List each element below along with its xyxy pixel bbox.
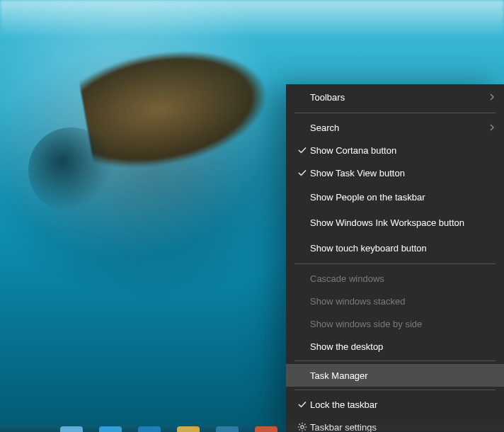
menu-separator [294,390,496,390]
check-icon [294,399,310,409]
menu-item-show-people[interactable]: Show People on the taskbar [286,184,504,210]
menu-item-show-cortana-button[interactable]: Show Cortana button [286,139,504,161]
wallpaper-swimmer [28,127,113,212]
menu-item-show-touch-keyboard[interactable]: Show touch keyboard button [286,235,504,261]
chevron-right-icon [483,123,496,132]
menu-item-show-ink-workspace[interactable]: Show Windows Ink Workspace button [286,210,504,235]
check-icon [294,168,310,178]
menu-separator [294,360,496,361]
menu-item-cascade-windows: Cascade windows [286,267,504,290]
menu-item-label: Show windows side by side [310,319,483,329]
menu-item-label: Toolbars [310,92,483,103]
menu-item-search[interactable]: Search [286,116,504,139]
menu-item-label: Show Windows Ink Workspace button [310,217,483,228]
menu-item-label: Search [310,123,483,133]
menu-item-show-windows-stacked: Show windows stacked [286,290,504,312]
taskbar-icon[interactable] [138,426,161,432]
menu-item-task-manager[interactable]: Task Manager [286,364,504,387]
menu-item-show-windows-side-by-side: Show windows side by side [286,312,504,335]
taskbar-icon[interactable] [60,426,83,432]
taskbar-icon[interactable] [99,426,122,432]
menu-item-label: Show touch keyboard button [310,243,483,254]
menu-separator [294,113,496,113]
taskbar-icon[interactable] [255,426,277,432]
taskbar[interactable] [0,424,504,432]
taskbar-icon[interactable] [177,426,200,432]
chevron-right-icon [483,93,496,101]
menu-item-label: Show Cortana button [310,145,483,156]
taskbar-context-menu: Toolbars Search Show Cortana button Show… [286,84,504,432]
taskbar-icon[interactable] [216,426,239,432]
menu-separator [294,263,496,264]
check-icon [294,145,310,155]
menu-item-lock-the-taskbar[interactable]: Lock the taskbar [286,393,504,416]
menu-item-label: Show the desktop [310,341,483,352]
menu-item-show-the-desktop[interactable]: Show the desktop [286,335,504,358]
menu-item-label: Show Task View button [310,168,483,178]
menu-item-label: Show windows stacked [310,296,483,307]
menu-item-label: Lock the taskbar [310,399,483,410]
menu-item-toolbars[interactable]: Toolbars [286,84,504,110]
menu-item-label: Cascade windows [310,273,483,284]
menu-item-label: Show People on the taskbar [310,192,483,203]
menu-item-label: Task Manager [310,370,483,381]
menu-item-show-task-view-button[interactable]: Show Task View button [286,161,504,184]
